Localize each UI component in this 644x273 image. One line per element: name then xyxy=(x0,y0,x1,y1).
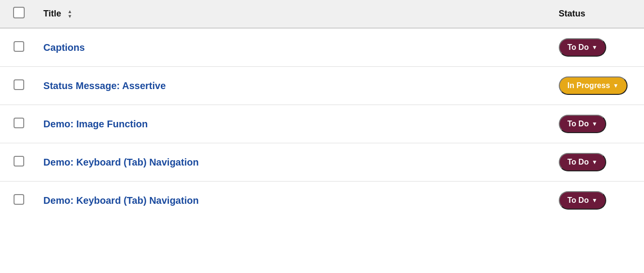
row-title-link[interactable]: Demo: Image Function xyxy=(44,119,148,129)
status-badge[interactable]: In Progress▼ xyxy=(559,76,628,95)
dropdown-arrow-icon: ▼ xyxy=(592,121,598,127)
row-title-cell: Demo: Keyboard (Tab) Navigation xyxy=(38,143,553,182)
header-checkbox-cell xyxy=(0,0,38,28)
table-row: CaptionsTo Do▼ xyxy=(0,28,644,67)
row-checkbox-cell xyxy=(0,182,38,220)
dropdown-arrow-icon: ▼ xyxy=(592,197,598,204)
status-label: In Progress xyxy=(567,81,610,90)
row-title-link[interactable]: Demo: Keyboard (Tab) Navigation xyxy=(44,157,199,167)
status-label: To Do xyxy=(567,196,589,205)
status-badge[interactable]: To Do▼ xyxy=(559,191,606,210)
table-row: Demo: Image FunctionTo Do▼ xyxy=(0,105,644,143)
status-header-label: Status xyxy=(559,9,585,18)
row-checkbox[interactable] xyxy=(14,118,24,128)
sort-icon[interactable]: ▲ ▼ xyxy=(67,9,72,19)
row-status-cell: To Do▼ xyxy=(553,182,644,220)
row-checkbox-cell xyxy=(0,105,38,143)
table-row: Demo: Keyboard (Tab) NavigationTo Do▼ xyxy=(0,143,644,182)
row-status-cell: In Progress▼ xyxy=(553,67,644,105)
dropdown-arrow-icon: ▼ xyxy=(613,82,619,89)
row-title-cell: Captions xyxy=(38,28,553,67)
status-label: To Do xyxy=(567,120,589,128)
task-table: Title ▲ ▼ Status CaptionsTo Do▼Status Me… xyxy=(0,0,644,219)
row-title-link[interactable]: Demo: Keyboard (Tab) Navigation xyxy=(44,195,199,206)
row-checkbox-cell xyxy=(0,143,38,182)
row-checkbox[interactable] xyxy=(14,156,24,167)
row-checkbox[interactable] xyxy=(14,41,24,52)
select-all-checkbox[interactable] xyxy=(13,7,25,18)
status-label: To Do xyxy=(567,158,589,167)
row-status-cell: To Do▼ xyxy=(553,105,644,143)
dropdown-arrow-icon: ▼ xyxy=(592,159,598,166)
row-status-cell: To Do▼ xyxy=(553,28,644,67)
table-row: Demo: Keyboard (Tab) NavigationTo Do▼ xyxy=(0,182,644,220)
title-header-label: Title xyxy=(44,9,61,18)
status-badge[interactable]: To Do▼ xyxy=(559,38,606,57)
row-checkbox-cell xyxy=(0,67,38,105)
row-checkbox[interactable] xyxy=(14,194,24,205)
status-label: To Do xyxy=(567,43,589,52)
table-header-row: Title ▲ ▼ Status xyxy=(0,0,644,28)
row-title-link[interactable]: Captions xyxy=(44,42,85,53)
title-column-header: Title ▲ ▼ xyxy=(38,0,553,28)
status-badge[interactable]: To Do▼ xyxy=(559,153,606,171)
status-badge[interactable]: To Do▼ xyxy=(559,115,606,133)
row-title-link[interactable]: Status Message: Assertive xyxy=(44,80,166,91)
dropdown-arrow-icon: ▼ xyxy=(592,44,598,51)
status-column-header: Status xyxy=(553,0,644,28)
row-status-cell: To Do▼ xyxy=(553,143,644,182)
table-row: Status Message: AssertiveIn Progress▼ xyxy=(0,67,644,105)
row-checkbox-cell xyxy=(0,28,38,67)
row-title-cell: Demo: Keyboard (Tab) Navigation xyxy=(38,182,553,220)
row-title-cell: Status Message: Assertive xyxy=(38,67,553,105)
row-title-cell: Demo: Image Function xyxy=(38,105,553,143)
row-checkbox[interactable] xyxy=(14,79,24,90)
